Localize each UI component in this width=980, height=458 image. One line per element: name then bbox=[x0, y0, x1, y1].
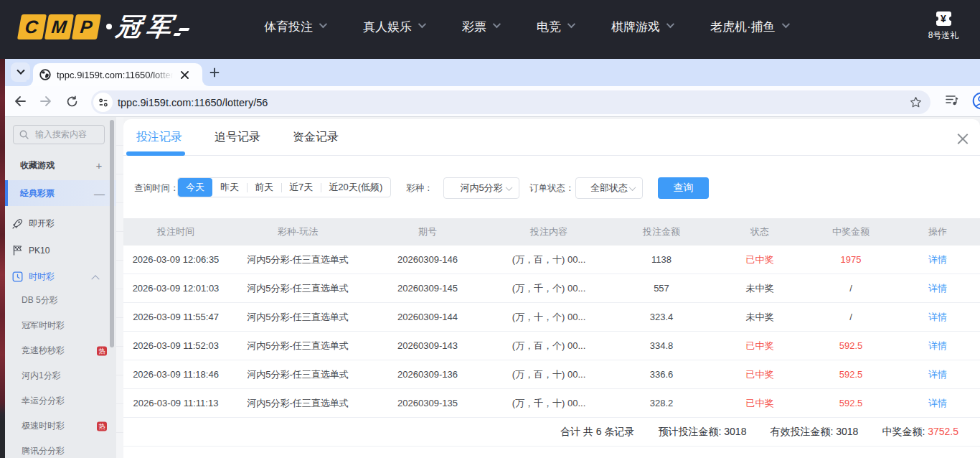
browser-profile-avatar[interactable] bbox=[972, 92, 980, 110]
address-bar[interactable]: tppc.9i159t.com:11650/lottery/56 bbox=[91, 90, 930, 114]
filter-row: 查询时间： 今天 昨天 前天 近7天 近20天(低频) 彩种： 河内5分彩 订单… bbox=[123, 177, 980, 199]
cell-prize: 592.5 bbox=[806, 332, 895, 360]
chevron-up-icon bbox=[91, 275, 99, 283]
tab-betting-records[interactable]: 投注记录 bbox=[136, 119, 182, 156]
cell-prize: / bbox=[806, 303, 895, 331]
nav-item-live-casino[interactable]: 真人娱乐 bbox=[363, 19, 424, 35]
sidebar-search-input[interactable]: 输入搜索内容 bbox=[13, 125, 105, 144]
logo-letter: M bbox=[51, 17, 68, 37]
reload-button[interactable] bbox=[62, 91, 82, 111]
browser-tab-strip: tppc.9i159t.com:11650/lotter bbox=[0, 59, 980, 86]
subitem-label: 极速时时彩 bbox=[22, 420, 65, 432]
racing-flag-icon bbox=[12, 245, 23, 256]
subitem-label: 腾讯分分彩 bbox=[22, 445, 65, 457]
site-nav-menu: 体育投注 真人娱乐 彩票 电竞 棋牌游戏 老虎机·捕鱼 bbox=[264, 0, 788, 53]
tab-close-button[interactable] bbox=[178, 68, 191, 81]
time-option-7days[interactable]: 近7天 bbox=[281, 178, 321, 197]
cell-issue: 20260309-135 bbox=[367, 389, 488, 417]
tab-chase-records[interactable]: 追号记录 bbox=[215, 119, 260, 156]
section-label: 经典彩票 bbox=[20, 187, 55, 200]
search-icon bbox=[19, 130, 29, 139]
nav-item-label: 棋牌游戏 bbox=[611, 19, 660, 35]
gift-promo-button[interactable]: ¥ 8号送礼 bbox=[923, 11, 964, 42]
sidebar-subitem-tencent-ffc[interactable]: 腾讯分分彩 bbox=[5, 439, 116, 458]
detail-link[interactable]: 详情 bbox=[895, 246, 980, 274]
nav-item-esports[interactable]: 电竞 bbox=[537, 19, 573, 35]
tab-fund-records[interactable]: 资金记录 bbox=[293, 119, 339, 156]
forward-button[interactable] bbox=[36, 91, 56, 111]
table-row: 2026-03-09 11:55:47 河内5分彩-任三直选单式 2026030… bbox=[123, 303, 980, 332]
media-controls-button[interactable] bbox=[945, 93, 959, 107]
time-option-today[interactable]: 今天 bbox=[178, 178, 212, 197]
nav-item-board-games[interactable]: 棋牌游戏 bbox=[611, 19, 672, 35]
detail-link[interactable]: 详情 bbox=[895, 389, 980, 417]
modal-close-button[interactable] bbox=[957, 132, 968, 143]
logo-letter-box: M bbox=[44, 14, 74, 39]
cell-status: 未中奖 bbox=[713, 274, 806, 302]
sidebar-section-favorites[interactable]: 收藏游戏 + bbox=[5, 151, 116, 179]
query-button[interactable]: 查询 bbox=[658, 177, 709, 199]
bookmark-star-icon[interactable] bbox=[910, 96, 922, 108]
sidebar-item-label: 即开彩 bbox=[29, 218, 55, 230]
cell-status: 已中奖 bbox=[713, 246, 806, 274]
detail-link[interactable]: 详情 bbox=[895, 332, 980, 360]
sidebar-subitem-hanoi-1min[interactable]: 河内1分彩 bbox=[5, 363, 116, 388]
nav-item-sports[interactable]: 体育投注 bbox=[264, 19, 325, 35]
sidebar-scrollbar-thumb[interactable] bbox=[110, 120, 114, 347]
sidebar-subitem-champion-ssc[interactable]: 冠军时时彩 bbox=[5, 313, 116, 338]
person-icon bbox=[972, 92, 980, 110]
cell-time: 2026-03-09 11:52:03 bbox=[123, 332, 228, 360]
sidebar-item-pk10[interactable]: PK10 bbox=[5, 237, 116, 263]
cell-amount: 328.2 bbox=[610, 389, 713, 417]
chevron-down-icon bbox=[781, 20, 789, 28]
sidebar-item-ssc[interactable]: 时时彩 bbox=[5, 263, 116, 290]
nav-item-slots-fishing[interactable]: 老虎机·捕鱼 bbox=[710, 19, 788, 35]
time-filter-label: 查询时间： bbox=[134, 177, 179, 199]
nav-item-label: 老虎机·捕鱼 bbox=[710, 19, 776, 35]
chevron-down-icon bbox=[666, 20, 674, 28]
time-option-day-before[interactable]: 前天 bbox=[247, 178, 281, 197]
tab-search-button[interactable] bbox=[11, 62, 30, 82]
time-option-yesterday[interactable]: 昨天 bbox=[212, 178, 247, 197]
lottery-select[interactable]: 河内5分彩 bbox=[443, 177, 519, 199]
site-info-chip[interactable] bbox=[93, 93, 113, 112]
sidebar-subitem-speed-miaomiao[interactable]: 竞速秒秒彩热 bbox=[5, 338, 116, 363]
search-placeholder: 输入搜索内容 bbox=[35, 128, 87, 141]
sidebar-subitem-db5[interactable]: DB 5分彩 bbox=[5, 288, 116, 313]
table-row: 2026-03-09 12:01:03 河内5分彩-任三直选单式 2026030… bbox=[123, 274, 980, 303]
chevron-down-icon bbox=[567, 20, 575, 28]
tab-label: 资金记录 bbox=[293, 130, 339, 145]
tab-label: 追号记录 bbox=[215, 130, 260, 145]
time-option-20days[interactable]: 近20天(低频) bbox=[321, 178, 390, 197]
url-text[interactable]: tppc.9i159t.com:11650/lottery/56 bbox=[118, 97, 910, 108]
collapse-icon[interactable]: — bbox=[94, 187, 104, 200]
plus-icon bbox=[209, 67, 220, 78]
new-tab-button[interactable] bbox=[206, 64, 223, 81]
gift-label: 8号送礼 bbox=[923, 29, 964, 42]
sidebar-subitem-lucky-ffc[interactable]: 幸运分分彩 bbox=[5, 388, 116, 413]
detail-link[interactable]: 详情 bbox=[895, 303, 980, 331]
back-button[interactable] bbox=[10, 91, 30, 111]
order-status-select[interactable]: 全部状态 bbox=[575, 177, 643, 199]
clock-icon bbox=[12, 271, 23, 282]
detail-link[interactable]: 详情 bbox=[895, 360, 980, 388]
logo-letter-box: P bbox=[72, 14, 101, 39]
globe-icon bbox=[39, 69, 51, 80]
cell-prize: 1975 bbox=[806, 246, 895, 274]
logo-speed-dash bbox=[176, 28, 189, 36]
browser-tab[interactable]: tppc.9i159t.com:11650/lotter bbox=[33, 63, 202, 86]
sidebar-item-instant-lottery[interactable]: 即开彩 bbox=[5, 210, 116, 237]
expand-icon[interactable]: + bbox=[94, 159, 104, 172]
col-header-issue: 期号 bbox=[367, 218, 488, 246]
cell-content: (万，千，十) 00... bbox=[488, 389, 610, 417]
sidebar-section-classic-lottery[interactable]: 经典彩票 — bbox=[5, 180, 116, 206]
chevron-down-icon bbox=[319, 20, 327, 28]
nav-item-lottery[interactable]: 彩票 bbox=[462, 19, 499, 35]
cell-game: 河内5分彩-任三直选单式 bbox=[228, 303, 367, 331]
chevron-down-icon bbox=[506, 184, 513, 191]
detail-link[interactable]: 详情 bbox=[895, 274, 980, 302]
site-logo[interactable]: C M P 冠军 bbox=[19, 12, 188, 41]
summary-prize-value: 3752.5 bbox=[928, 426, 958, 437]
cell-status: 已中奖 bbox=[713, 389, 806, 417]
sidebar-subitem-speed-ssc[interactable]: 极速时时彩热 bbox=[5, 413, 116, 439]
